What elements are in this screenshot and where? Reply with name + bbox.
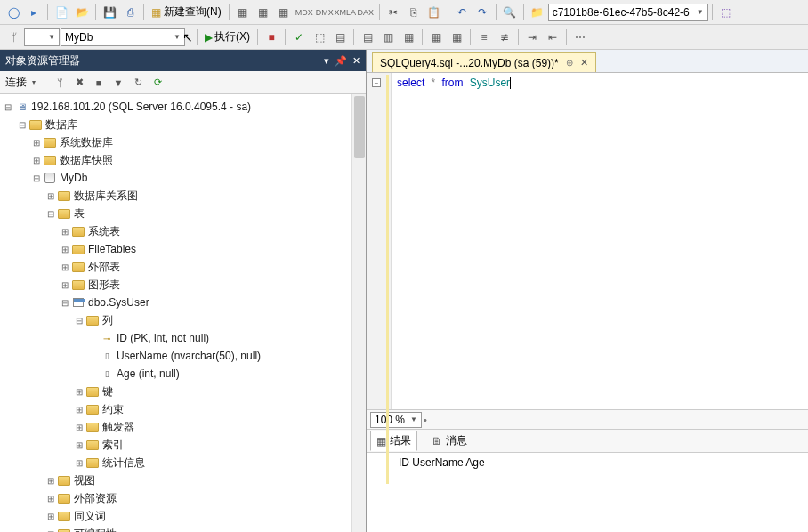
expand-icon[interactable]: ⊞ (73, 440, 85, 450)
sql-editor[interactable]: − select * from SysUser (367, 73, 808, 409)
tree-server-node[interactable]: ⊟ 🖥 192.168.101.20 (SQL Server 16.0.4095… (0, 98, 366, 116)
collapse-icon[interactable]: ⊟ (59, 298, 71, 308)
outline-collapse-icon[interactable]: − (372, 78, 381, 87)
misc-button[interactable]: ⋯ (570, 28, 590, 47)
parse-button[interactable]: ✓ (289, 28, 309, 47)
undo-button[interactable]: ↶ (452, 3, 472, 22)
options-button-2[interactable]: ▤ (330, 28, 350, 47)
tree-programmability-node[interactable]: ⊞ 可编程性 (0, 525, 366, 532)
expand-icon[interactable]: ⊞ (59, 227, 71, 237)
editor-tab[interactable]: SQLQuery4.sql -...20.MyDb (sa (59))* ⊕ ✕ (372, 52, 596, 72)
save-all-button[interactable]: ⎙ (120, 3, 140, 22)
expand-icon[interactable]: ⊞ (44, 512, 57, 521)
cut-button[interactable]: ✂ (384, 3, 403, 22)
expand-icon[interactable]: ⊞ (59, 245, 71, 254)
stop-connect-icon[interactable]: ■ (92, 76, 106, 90)
connect-label[interactable]: 连接 (5, 75, 27, 90)
grid-button-1[interactable]: ▦ (426, 28, 446, 47)
tree-views-node[interactable]: ⊞ 视图 (0, 472, 366, 489)
grid-button-2[interactable]: ▦ (447, 28, 466, 47)
database-combo[interactable]: MyDb ▼ (61, 28, 185, 46)
tree-scrollbar[interactable] (351, 94, 366, 532)
dax-button[interactable]: DAX (356, 3, 376, 22)
nav-fwd-button[interactable]: ▸ (24, 3, 44, 22)
zoom-combo[interactable]: 100 % ▼ (370, 412, 422, 428)
tree-columns-node[interactable]: ⊟ 列 (0, 311, 366, 329)
tree-databases-node[interactable]: ⊟ 数据库 (0, 116, 366, 133)
outdent-button[interactable]: ⇤ (543, 28, 562, 47)
id-combo[interactable]: c7101b8e-61ec-47b5-8c42-6 ▼ (548, 4, 708, 21)
tree-constraints-node[interactable]: ⊞ 约束 (0, 400, 366, 418)
copy-button[interactable]: ⎘ (404, 3, 424, 22)
tree-sysuser-table-node[interactable]: ⊟ dbo.SysUser (0, 294, 366, 311)
tree-col-username-node[interactable]: ▯ UserName (nvarchar(50), null) (0, 347, 366, 365)
tree-tables-node[interactable]: ⊟ 表 (0, 205, 366, 222)
display-button-2[interactable]: ▥ (378, 28, 398, 47)
tree-filetables-node[interactable]: ⊞ FileTables (0, 240, 366, 258)
display-button-1[interactable]: ▤ (358, 28, 377, 47)
paste-button[interactable]: 📋 (424, 3, 444, 22)
collapse-icon[interactable]: ⊟ (73, 316, 85, 326)
expand-icon[interactable]: ⊞ (44, 476, 57, 486)
dmx-button[interactable]: DMX (315, 3, 335, 22)
tree-triggers-node[interactable]: ⊞ 触发器 (0, 418, 366, 436)
comment-button[interactable]: ≡ (474, 28, 494, 47)
new-query-button[interactable]: ▦ 新建查询(N) (148, 4, 225, 20)
expand-icon[interactable]: ⊞ (73, 423, 85, 432)
object-tree[interactable]: ⊟ 🖥 192.168.101.20 (SQL Server 16.0.4095… (0, 94, 366, 532)
redo-button[interactable]: ↷ (473, 3, 492, 22)
analysis-button-2[interactable]: ▦ (254, 3, 273, 22)
expand-icon[interactable]: ⊞ (73, 458, 85, 468)
tree-keys-node[interactable]: ⊞ 键 (0, 383, 366, 400)
indent-button[interactable]: ⇥ (522, 28, 542, 47)
nav-back-button[interactable]: ◯ (4, 3, 23, 22)
expand-icon[interactable]: ⊞ (44, 494, 57, 504)
display-button-3[interactable]: ▦ (399, 28, 418, 47)
collapse-icon[interactable]: ⊟ (30, 173, 43, 183)
expand-icon[interactable]: ⊞ (44, 529, 57, 533)
connect-icon[interactable]: ᛘ (53, 76, 67, 90)
close-icon[interactable]: ✕ (352, 55, 360, 67)
tree-col-age-node[interactable]: ▯ Age (int, null) (0, 365, 366, 383)
tree-indexes-node[interactable]: ⊞ 索引 (0, 436, 366, 454)
options-button-1[interactable]: ⬚ (310, 28, 329, 47)
analysis-button-1[interactable]: ▦ (233, 3, 253, 22)
results-grid[interactable]: ID UserName Age (367, 452, 808, 532)
expand-icon[interactable]: ⊞ (59, 280, 71, 290)
analysis-button-3[interactable]: ▦ (274, 3, 294, 22)
tree-graph-node[interactable]: ⊞ 图形表 (0, 276, 366, 294)
tree-mydb-node[interactable]: ⊟ MyDb (0, 169, 366, 187)
expand-icon[interactable]: ⊞ (30, 156, 43, 165)
save-button[interactable]: 💾 (100, 3, 119, 22)
tree-diagrams-node[interactable]: ⊞ 数据库关系图 (0, 187, 366, 205)
find-button[interactable]: 🔍 (500, 3, 520, 22)
messages-tab[interactable]: 🗎 消息 (426, 431, 473, 450)
disconnect-icon[interactable]: ✖ (72, 76, 86, 90)
extension-button[interactable]: ⬚ (716, 3, 736, 22)
open-file-button[interactable]: 📂 (72, 3, 92, 22)
tree-sysdbs-node[interactable]: ⊞ 系统数据库 (0, 133, 366, 151)
tree-synonyms-node[interactable]: ⊞ 同义词 (0, 507, 366, 525)
results-tab[interactable]: ▦ 结果 (370, 431, 417, 451)
connect-button[interactable]: ᛘ (4, 28, 23, 47)
expand-icon[interactable]: ⊞ (73, 387, 85, 397)
tree-external-node[interactable]: ⊞ 外部表 (0, 258, 366, 276)
expand-icon[interactable]: ⊞ (30, 138, 43, 148)
uncomment-button[interactable]: ≢ (495, 28, 514, 47)
activity-icon[interactable]: ⟳ (150, 76, 165, 90)
tab-pin-icon[interactable]: ⊕ (566, 58, 573, 68)
small-combo[interactable]: ▼ (24, 28, 60, 46)
expand-icon[interactable]: ⊞ (59, 262, 71, 272)
tree-statistics-node[interactable]: ⊞ 统计信息 (0, 454, 366, 472)
filter-icon[interactable]: ▼ (111, 76, 125, 90)
stop-button[interactable]: ■ (262, 28, 281, 47)
tree-col-id-node[interactable]: ⊸ ID (PK, int, not null) (0, 329, 366, 347)
folder-button[interactable]: 📁 (528, 3, 547, 22)
collapse-icon[interactable]: ⊟ (16, 120, 28, 130)
collapse-icon[interactable]: ⊟ (2, 102, 14, 112)
expand-icon[interactable]: ⊞ (73, 405, 85, 415)
tab-close-icon[interactable]: ✕ (580, 57, 588, 69)
expand-icon[interactable]: ⊞ (44, 191, 57, 201)
tree-extres-node[interactable]: ⊞ 外部资源 (0, 489, 366, 507)
new-file-button[interactable]: 📄 (52, 3, 71, 22)
